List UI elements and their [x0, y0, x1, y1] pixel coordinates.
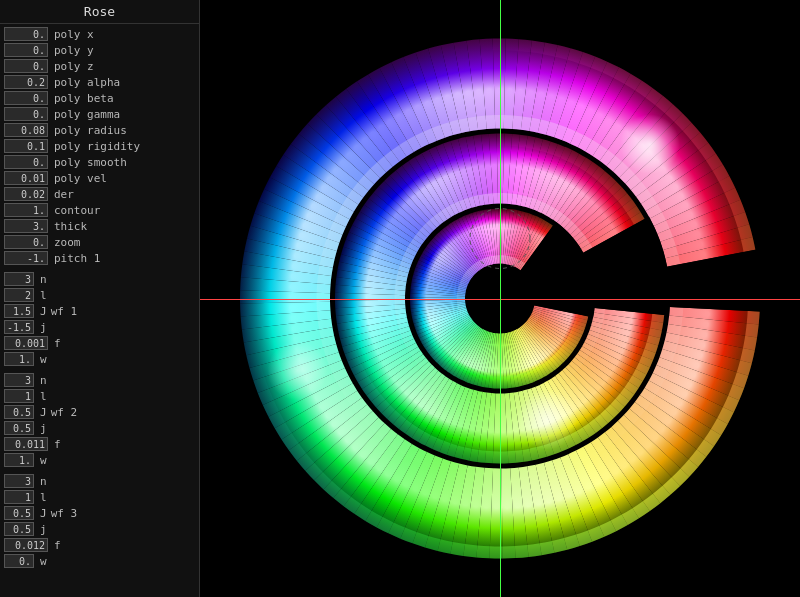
wf2-w-input[interactable]: [4, 453, 34, 467]
wf2-f-label: f: [54, 438, 61, 451]
wf2-l-input[interactable]: [4, 389, 34, 403]
label-poly_radius: poly radius: [54, 124, 127, 137]
wf2-w-label: w: [40, 454, 47, 467]
wf1-j-input[interactable]: [4, 320, 34, 334]
wf2-J-label: J: [40, 406, 47, 419]
wf3-w-label: w: [40, 555, 47, 568]
input-poly_gamma[interactable]: [4, 107, 48, 121]
input-contour[interactable]: [4, 203, 48, 217]
title: Rose: [0, 2, 199, 24]
input-poly_radius[interactable]: [4, 123, 48, 137]
wf1-w-input[interactable]: [4, 352, 34, 366]
param-row-zoom: zoom: [0, 234, 199, 250]
param-row-poly_alpha: poly alpha: [0, 74, 199, 90]
wf2-f-input[interactable]: [4, 437, 48, 451]
param-row-poly_smooth: poly smooth: [0, 154, 199, 170]
label-poly_rigidity: poly rigidity: [54, 140, 140, 153]
input-poly_y[interactable]: [4, 43, 48, 57]
wf3-label: wf 3: [51, 507, 78, 520]
input-der[interactable]: [4, 187, 48, 201]
label-poly_vel: poly vel: [54, 172, 107, 185]
param-row-poly_radius: poly radius: [0, 122, 199, 138]
wf3-n-label: n: [40, 475, 47, 488]
wf1-f-label: f: [54, 337, 61, 350]
wf1-section: n l J wf 1 j f w: [0, 271, 199, 367]
app: Rose poly x poly y poly z poly alpha pol…: [0, 0, 800, 597]
param-row-thick: thick: [0, 218, 199, 234]
input-poly_smooth[interactable]: [4, 155, 48, 169]
wf1-n-input[interactable]: [4, 272, 34, 286]
input-poly_vel[interactable]: [4, 171, 48, 185]
input-zoom[interactable]: [4, 235, 48, 249]
wf1-J-label: J: [40, 305, 47, 318]
wf1-n-label: n: [40, 273, 47, 286]
param-row-poly_vel: poly vel: [0, 170, 199, 186]
wf3-j-label: j: [40, 523, 47, 536]
wf3-j-input[interactable]: [4, 522, 34, 536]
param-row-poly_y: poly y: [0, 42, 199, 58]
label-poly_smooth: poly smooth: [54, 156, 127, 169]
input-poly_rigidity[interactable]: [4, 139, 48, 153]
param-row-poly_gamma: poly gamma: [0, 106, 199, 122]
wf3-J-input[interactable]: [4, 506, 34, 520]
wf2-J-input[interactable]: [4, 405, 34, 419]
wf3-n-input[interactable]: [4, 474, 34, 488]
wf1-f-input[interactable]: [4, 336, 48, 350]
label-poly_alpha: poly alpha: [54, 76, 120, 89]
label-poly_y: poly y: [54, 44, 94, 57]
param-row-pitch1: pitch 1: [0, 250, 199, 266]
wf1-j-label: j: [40, 321, 47, 334]
input-thick[interactable]: [4, 219, 48, 233]
params-list: poly x poly y poly z poly alpha poly bet…: [0, 26, 199, 266]
wf1-J-input[interactable]: [4, 304, 34, 318]
wf2-n-label: n: [40, 374, 47, 387]
wf1-l-input[interactable]: [4, 288, 34, 302]
input-poly_beta[interactable]: [4, 91, 48, 105]
wf1-l-label: l: [40, 289, 47, 302]
wf2-l-label: l: [40, 390, 47, 403]
label-poly_beta: poly beta: [54, 92, 114, 105]
label-thick: thick: [54, 220, 87, 233]
param-row-poly_z: poly z: [0, 58, 199, 74]
wf3-l-input[interactable]: [4, 490, 34, 504]
wf1-w-label: w: [40, 353, 47, 366]
param-row-poly_rigidity: poly rigidity: [0, 138, 199, 154]
label-der: der: [54, 188, 74, 201]
rose-canvas[interactable]: [200, 0, 800, 597]
input-pitch1[interactable]: [4, 251, 48, 265]
wf3-section: n l J wf 3 j f w: [0, 473, 199, 569]
param-row-poly_beta: poly beta: [0, 90, 199, 106]
input-poly_alpha[interactable]: [4, 75, 48, 89]
param-row-contour: contour: [0, 202, 199, 218]
wf1-label: wf 1: [51, 305, 78, 318]
input-poly_z[interactable]: [4, 59, 48, 73]
wf3-l-label: l: [40, 491, 47, 504]
param-row-der: der: [0, 186, 199, 202]
label-poly_gamma: poly gamma: [54, 108, 120, 121]
wf3-w-input[interactable]: [4, 554, 34, 568]
wf2-n-input[interactable]: [4, 373, 34, 387]
param-row-poly_x: poly x: [0, 26, 199, 42]
wf3-J-label: J: [40, 507, 47, 520]
input-poly_x[interactable]: [4, 27, 48, 41]
wf3-f-input[interactable]: [4, 538, 48, 552]
wf2-j-label: j: [40, 422, 47, 435]
wf2-section: n l J wf 2 j f w: [0, 372, 199, 468]
label-poly_z: poly z: [54, 60, 94, 73]
label-contour: contour: [54, 204, 100, 217]
wf3-f-label: f: [54, 539, 61, 552]
label-poly_x: poly x: [54, 28, 94, 41]
wf2-label: wf 2: [51, 406, 78, 419]
label-zoom: zoom: [54, 236, 81, 249]
label-pitch1: pitch 1: [54, 252, 100, 265]
wf2-j-input[interactable]: [4, 421, 34, 435]
sidebar: Rose poly x poly y poly z poly alpha pol…: [0, 0, 200, 597]
canvas-area[interactable]: [200, 0, 800, 597]
